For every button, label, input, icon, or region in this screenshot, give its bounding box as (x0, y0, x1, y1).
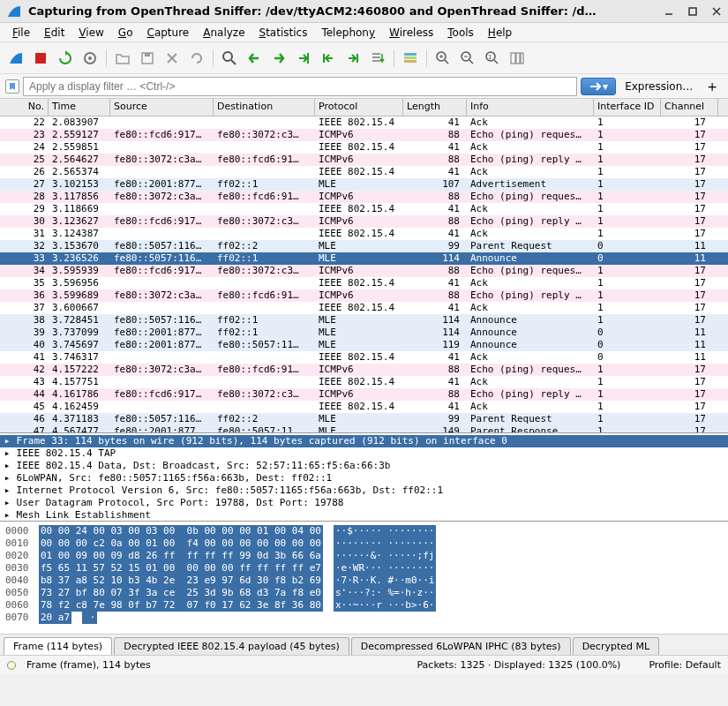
packet-row[interactable]: 353.596956IEEE 802.15.441Ack117 (0, 277, 728, 289)
packet-row[interactable]: 293.118669IEEE 802.15.441Ack117 (0, 203, 728, 215)
packet-row[interactable]: 464.371183fe80::5057:116…ff02::2MLE99Par… (0, 413, 728, 425)
packet-row[interactable]: 313.124387IEEE 802.15.441Ack117 (0, 228, 728, 240)
packet-row[interactable]: 333.236526fe80::5057:116…ff02::1MLE114An… (0, 252, 728, 265)
column-info[interactable]: Info (467, 99, 594, 116)
hex-line[interactable]: 007020 a7 · (5, 612, 723, 624)
detail-line[interactable]: ▸ Mesh Link Establishment (0, 509, 728, 521)
packet-row[interactable]: 373.600667IEEE 802.15.441Ack117 (0, 302, 728, 314)
zoom-in-button[interactable] (432, 48, 454, 69)
colorize-button[interactable] (400, 48, 421, 69)
menu-wireless[interactable]: Wireless (382, 25, 440, 40)
autoscroll-button[interactable] (367, 48, 388, 69)
capture-options-button[interactable] (79, 48, 101, 69)
packet-row[interactable]: 363.599689fe80::3072:c3a…fe80::fcd6:91…I… (0, 289, 728, 302)
expert-info-button[interactable] (7, 661, 16, 670)
detail-line[interactable]: ▸ IEEE 802.15.4 Data, Dst: Broadcast, Sr… (0, 460, 728, 472)
packet-row[interactable]: 434.157751IEEE 802.15.441Ack117 (0, 376, 728, 388)
stop-capture-button[interactable] (30, 48, 51, 69)
column-channel[interactable]: Channel (661, 99, 718, 116)
menubar: File Edit View Go Capture Analyze Statis… (0, 23, 728, 42)
detail-line[interactable]: ▸ Internet Protocol Version 6, Src: fe80… (0, 484, 728, 497)
status-profile[interactable]: Profile: Default (649, 659, 721, 671)
add-filter-button[interactable]: + (702, 78, 723, 95)
hex-line[interactable]: 002001 00 09 00 09 d8 26 ff ff ff ff 99 … (5, 550, 723, 562)
close-file-button[interactable] (161, 48, 183, 69)
go-forward-button[interactable] (268, 48, 289, 69)
hex-line[interactable]: 0040b8 37 a8 52 10 b3 4b 2e 23 e9 97 6d … (5, 575, 723, 587)
minimize-button[interactable] (664, 6, 673, 16)
tab-6lowpan[interactable]: Decompressed 6LoWPAN IPHC (83 bytes) (351, 637, 571, 655)
packet-row[interactable]: 323.153670fe80::5057:116…ff02::2MLE99Par… (0, 240, 728, 252)
hex-line[interactable]: 000000 00 24 00 03 00 03 00 0b 00 00 00 … (5, 525, 723, 537)
detail-line[interactable]: ▸ IEEE 802.15.4 TAP (0, 447, 728, 460)
zoom-reset-button[interactable]: 1 (482, 48, 503, 69)
filter-bookmark-button[interactable] (5, 79, 19, 94)
packet-details-pane[interactable]: ▸ Frame 33: 114 bytes on wire (912 bits)… (0, 432, 728, 521)
goto-packet-button[interactable] (293, 48, 314, 69)
tab-frame[interactable]: Frame (114 bytes) (4, 637, 112, 655)
column-source[interactable]: Source (110, 99, 214, 116)
hex-line[interactable]: 001000 00 00 c2 0a 00 01 00 f4 00 00 00 … (5, 537, 723, 550)
detail-line[interactable]: ▸ User Datagram Protocol, Src Port: 1978… (0, 497, 728, 509)
hex-line[interactable]: 006078 f2 c8 7e 98 0f b7 72 07 f0 17 62 … (5, 599, 723, 612)
go-back-button[interactable] (244, 48, 265, 69)
menu-tools[interactable]: Tools (440, 25, 481, 40)
packet-row[interactable]: 403.745697fe80::2001:877…fe80::5057:11…M… (0, 339, 728, 351)
packet-row[interactable]: 343.595939fe80::fcd6:917…fe80::3072:c3…I… (0, 265, 728, 277)
resize-columns-button[interactable] (507, 48, 528, 69)
packet-row[interactable]: 454.162459IEEE 802.15.441Ack117 (0, 401, 728, 413)
goto-last-button[interactable] (342, 48, 364, 69)
packet-row[interactable]: 424.157222fe80::3072:c3a…fe80::fcd6:91…I… (0, 364, 728, 376)
tab-decrypted-ml[interactable]: Decrypted ML (573, 637, 659, 655)
menu-statistics[interactable]: Statistics (252, 25, 315, 40)
packet-row[interactable]: 222.083907IEEE 802.15.441Ack117 (0, 116, 728, 129)
packet-list-body[interactable]: 222.083907IEEE 802.15.441Ack117232.55912… (0, 116, 728, 432)
menu-view[interactable]: View (71, 25, 110, 40)
menu-go[interactable]: Go (111, 25, 140, 40)
column-time[interactable]: Time (49, 99, 110, 116)
close-icon (164, 50, 180, 66)
detail-line[interactable]: ▸ 6LoWPAN, Src: fe80::5057:1165:f56a:663… (0, 472, 728, 484)
tab-decrypted-802154[interactable]: Decrypted IEEE 802.15.4 payload (45 byte… (114, 637, 349, 655)
menu-capture[interactable]: Capture (139, 25, 196, 40)
menu-telephony[interactable]: Telephony (314, 25, 382, 40)
display-filter-input[interactable] (23, 77, 577, 96)
packet-row[interactable]: 303.123627fe80::fcd6:917…fe80::3072:c3…I… (0, 215, 728, 228)
packet-row[interactable]: 262.565374IEEE 802.15.441Ack117 (0, 166, 728, 178)
reload-button[interactable] (186, 48, 207, 69)
menu-help[interactable]: Help (481, 25, 519, 40)
save-file-button[interactable] (137, 48, 158, 69)
hex-line[interactable]: 0030f5 65 11 57 52 15 01 00 00 00 00 ff … (5, 562, 723, 575)
packet-row[interactable]: 232.559127fe80::fcd6:917…fe80::3072:c3…I… (0, 129, 728, 141)
goto-first-button[interactable] (318, 48, 339, 69)
packet-row[interactable]: 383.728451fe80::5057:116…ff02::1MLE114An… (0, 314, 728, 327)
hex-line[interactable]: 005073 27 bf 80 07 3f 3a ce 25 3d 9b 68 … (5, 587, 723, 599)
restart-capture-button[interactable] (55, 48, 76, 69)
column-length[interactable]: Length (403, 99, 467, 116)
column-destination[interactable]: Destination (214, 99, 315, 116)
column-protocol[interactable]: Protocol (315, 99, 403, 116)
menu-edit[interactable]: Edit (37, 25, 71, 40)
detail-line[interactable]: ▸ Frame 33: 114 bytes on wire (912 bits)… (0, 435, 728, 447)
apply-filter-button[interactable]: ▾ (581, 78, 616, 95)
packet-row[interactable]: 252.564627fe80::3072:c3a…fe80::fcd6:91…I… (0, 154, 728, 166)
open-file-button[interactable] (112, 48, 133, 69)
packet-row[interactable]: 242.559851IEEE 802.15.441Ack117 (0, 141, 728, 154)
packet-row[interactable]: 273.102153fe80::2001:877…ff02::1MLE107Ad… (0, 178, 728, 191)
start-capture-button[interactable] (5, 48, 26, 69)
close-button[interactable] (711, 6, 721, 16)
packet-row[interactable]: 444.161786fe80::fcd6:917…fe80::3072:c3…I… (0, 388, 728, 401)
expression-button[interactable]: Expression… (619, 79, 698, 94)
find-packet-button[interactable] (219, 48, 240, 69)
menu-analyze[interactable]: Analyze (196, 25, 251, 40)
menu-file[interactable]: File (5, 25, 37, 40)
packet-row[interactable]: 393.737099fe80::2001:877…ff02::1MLE114An… (0, 327, 728, 339)
column-interface[interactable]: Interface ID (594, 99, 661, 116)
zoom-out-button[interactable] (457, 48, 478, 69)
maximize-button[interactable] (687, 6, 697, 16)
packet-row[interactable]: 283.117856fe80::3072:c3a…fe80::fcd6:91…I… (0, 191, 728, 203)
packet-bytes-pane[interactable]: 000000 00 24 00 03 00 03 00 0b 00 00 00 … (0, 521, 728, 634)
column-no[interactable]: No. (0, 99, 49, 116)
packet-row[interactable]: 413.746317IEEE 802.15.441Ack011 (0, 351, 728, 364)
packet-row[interactable]: 474.567477fe80::2001:877…fe80::5057:11…M… (0, 425, 728, 432)
